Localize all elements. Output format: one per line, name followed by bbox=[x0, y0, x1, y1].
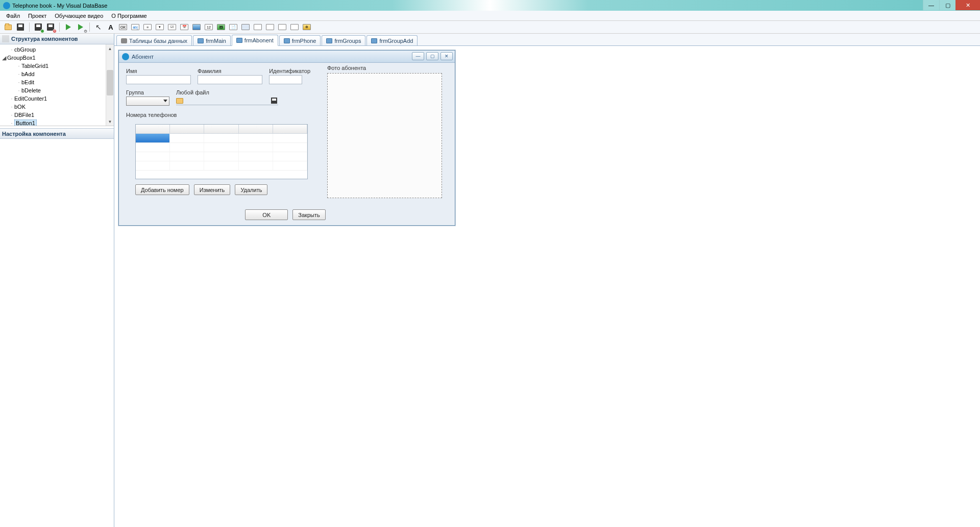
structure-panel-header: Структура компонентов bbox=[0, 34, 114, 44]
name-input[interactable] bbox=[126, 75, 191, 84]
panel-tool-icon[interactable] bbox=[240, 22, 251, 32]
design-surface[interactable]: Абонент — ▢ ✕ Имя Фа bbox=[114, 46, 980, 527]
grid-tool-icon[interactable] bbox=[191, 22, 202, 32]
table-row[interactable] bbox=[136, 152, 307, 161]
groupbox-tool-icon[interactable] bbox=[253, 22, 263, 32]
identifier-input[interactable] bbox=[269, 75, 302, 84]
settings-panel-body bbox=[0, 139, 114, 527]
abonent-app-icon bbox=[122, 53, 129, 60]
table-row[interactable] bbox=[136, 161, 307, 171]
form-icon bbox=[326, 38, 332, 43]
tree-item-badd[interactable]: ·bAdd bbox=[2, 70, 114, 78]
form-icon bbox=[198, 38, 204, 43]
right-panel: Таблицы базы данных frmMain frmAbonent f… bbox=[114, 34, 980, 527]
button-tool-icon[interactable]: OK bbox=[118, 22, 128, 32]
save-icon[interactable] bbox=[15, 22, 26, 32]
counter-tool-icon[interactable]: 12 bbox=[204, 22, 214, 32]
scroll-down-icon[interactable]: ▼ bbox=[106, 117, 114, 126]
phones-label: Номера телефонов bbox=[126, 112, 315, 118]
tree-item-editcounter1[interactable]: ·EditCounter1 bbox=[2, 94, 114, 103]
cursor-tool-icon[interactable]: ↖ bbox=[93, 22, 104, 32]
tree-item-bok[interactable]: ·bOK bbox=[2, 103, 114, 111]
add-number-button[interactable]: Добавить номер bbox=[135, 184, 189, 195]
form-icon bbox=[371, 38, 377, 43]
table-row[interactable] bbox=[136, 143, 307, 152]
tab-frmgroupadd[interactable]: frmGroupAdd bbox=[366, 35, 418, 45]
group-combobox[interactable] bbox=[126, 97, 169, 106]
abonent-titlebar[interactable]: Абонент — ▢ ✕ bbox=[119, 51, 455, 63]
abonent-maximize-button[interactable]: ▢ bbox=[426, 52, 438, 60]
form-tool-icon[interactable] bbox=[289, 22, 300, 32]
structure-header-icon bbox=[2, 35, 9, 42]
run-icon[interactable] bbox=[63, 22, 74, 32]
datepicker-tool-icon[interactable]: 📅 bbox=[179, 22, 189, 32]
abonent-close-button[interactable]: ✕ bbox=[440, 52, 453, 60]
menu-file[interactable]: Файл bbox=[2, 12, 24, 20]
scroll-up-icon[interactable]: ▲ bbox=[106, 44, 114, 53]
tree-item-tablegrid1[interactable]: ·TableGrid1 bbox=[2, 62, 114, 70]
image-tool-icon[interactable]: 🖼 bbox=[216, 22, 226, 32]
abonent-minimize-button[interactable]: — bbox=[412, 52, 424, 60]
window-maximize-button[interactable]: ▢ bbox=[939, 0, 955, 10]
tree-item-button1[interactable]: ·Button1 bbox=[2, 119, 114, 126]
file-tool-icon[interactable]: 📄 bbox=[228, 22, 238, 32]
menu-tutorial[interactable]: Обучающее видео bbox=[51, 12, 107, 20]
file-field[interactable] bbox=[176, 97, 278, 105]
memo-tool-icon[interactable]: ≡ bbox=[142, 22, 153, 32]
form-tabs: Таблицы базы данных frmMain frmAbonent f… bbox=[114, 34, 980, 46]
tree-item-cbgroup[interactable]: ·cbGroup bbox=[2, 45, 114, 54]
open-icon[interactable] bbox=[3, 22, 13, 32]
tab-frmgroups[interactable]: frmGroups bbox=[322, 35, 365, 45]
photo-placeholder[interactable] bbox=[327, 73, 442, 198]
surname-label: Фамилия bbox=[198, 68, 262, 74]
map-tool-icon[interactable]: ⊕ bbox=[302, 22, 312, 32]
menu-bar: Файл Проект Обучающее видео О Программе bbox=[0, 11, 980, 21]
save-file-icon[interactable] bbox=[271, 98, 277, 104]
delete-db-icon[interactable]: × bbox=[45, 22, 56, 32]
tree-item-bedit[interactable]: ·bEdit bbox=[2, 78, 114, 86]
table-row[interactable] bbox=[136, 134, 307, 143]
tab-frmphone-label: frmPhone bbox=[292, 38, 316, 44]
group-label: Группа bbox=[126, 89, 169, 95]
combo-tool-icon[interactable]: ▾ bbox=[155, 22, 165, 32]
run-settings-icon[interactable] bbox=[76, 22, 86, 32]
tab-frmmain-label: frmMain bbox=[206, 38, 226, 44]
tabsheet-tool-icon[interactable] bbox=[277, 22, 287, 32]
scroll-thumb[interactable] bbox=[107, 70, 113, 95]
tab-frmmain[interactable]: frmMain bbox=[193, 35, 231, 45]
tab-frmgroupadd-label: frmGroupAdd bbox=[379, 38, 413, 44]
tab-frmabonent[interactable]: frmAbonent bbox=[232, 35, 278, 46]
label-tool-icon[interactable]: A bbox=[106, 22, 116, 32]
toolbar-separator bbox=[89, 22, 90, 32]
edit-number-button[interactable]: Изменить bbox=[194, 184, 231, 195]
close-button[interactable]: Закрыть bbox=[292, 209, 325, 220]
phones-grid[interactable] bbox=[135, 124, 308, 179]
menu-project[interactable]: Проект bbox=[24, 12, 51, 20]
settings-title: Настройка компонента bbox=[2, 131, 66, 137]
tree-item-dbfile1[interactable]: ·DBFile1 bbox=[2, 111, 114, 119]
ok-button[interactable]: OK bbox=[245, 209, 288, 220]
save-db-icon[interactable] bbox=[33, 22, 43, 32]
identifier-label: Идентификатор bbox=[269, 68, 310, 74]
window-minimize-button[interactable]: — bbox=[923, 0, 939, 10]
photo-label: Фото абонента bbox=[327, 65, 366, 71]
tab-frmabonent-label: frmAbonent bbox=[244, 37, 274, 43]
abonent-window[interactable]: Абонент — ▢ ✕ Имя Фа bbox=[118, 50, 455, 226]
checkbox-tool-icon[interactable]: ☑ bbox=[167, 22, 177, 32]
tree-item-groupbox1[interactable]: ◢GroupBox1 bbox=[2, 54, 114, 62]
tree-item-bdelete[interactable]: ·bDelete bbox=[2, 86, 114, 94]
component-tree[interactable]: ·cbGroup ◢GroupBox1 ·TableGrid1 ·bAdd ·b… bbox=[0, 44, 114, 126]
grid-header bbox=[136, 125, 307, 134]
pagecontrol-tool-icon[interactable] bbox=[265, 22, 275, 32]
tab-tables[interactable]: Таблицы базы данных bbox=[116, 35, 192, 45]
folder-icon[interactable] bbox=[176, 98, 183, 104]
tab-frmphone[interactable]: frmPhone bbox=[279, 35, 321, 45]
edit-tool-icon[interactable]: ab| bbox=[130, 22, 140, 32]
tree-scrollbar[interactable]: ▲ ▼ bbox=[106, 44, 114, 126]
delete-number-button[interactable]: Удалить bbox=[235, 184, 267, 195]
menu-about[interactable]: О Программе bbox=[107, 12, 151, 20]
window-close-button[interactable]: ✕ bbox=[955, 0, 980, 10]
surname-input[interactable] bbox=[198, 75, 262, 84]
name-label: Имя bbox=[126, 68, 191, 74]
app-icon bbox=[3, 2, 10, 9]
